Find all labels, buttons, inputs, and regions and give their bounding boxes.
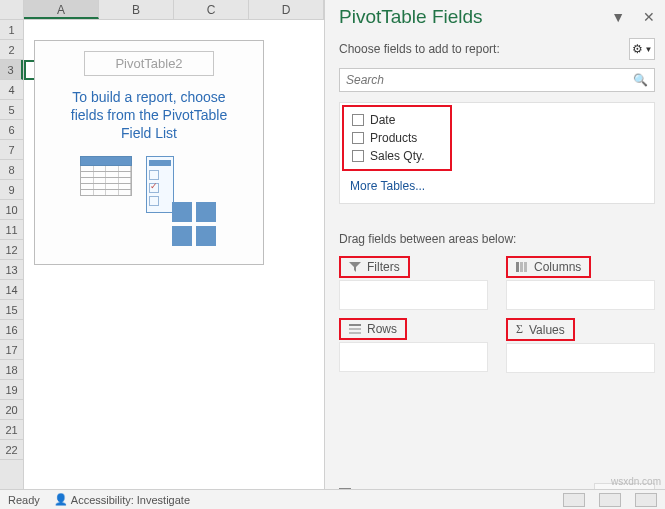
drop-areas: Filters Columns Rows ΣValues <box>339 256 655 373</box>
row-header[interactable]: 21 <box>0 420 23 440</box>
row-header[interactable]: 20 <box>0 400 23 420</box>
checkbox-icon[interactable] <box>352 114 364 126</box>
accessibility-status[interactable]: 👤 Accessibility: Investigate <box>54 493 190 506</box>
column-headers: A B C D <box>0 0 324 20</box>
checkbox-icon[interactable] <box>352 150 364 162</box>
row-header[interactable]: 6 <box>0 120 23 140</box>
row-header[interactable]: 15 <box>0 300 23 320</box>
row-headers: 1 2 3 4 5 6 7 8 9 10 11 12 13 14 15 16 1… <box>0 20 24 491</box>
fields-highlight: Date Products Sales Qty. <box>342 105 452 171</box>
row-header[interactable]: 16 <box>0 320 23 340</box>
view-pagebreak-button[interactable] <box>635 493 657 507</box>
field-item[interactable]: Sales Qty. <box>352 147 442 165</box>
row-header[interactable]: 13 <box>0 260 23 280</box>
pivot-icon <box>146 156 218 246</box>
pivottable-illustration <box>43 156 255 246</box>
svg-rect-1 <box>520 262 523 272</box>
values-area[interactable]: ΣValues <box>506 318 655 373</box>
columns-icon <box>516 262 528 272</box>
row-header[interactable]: 7 <box>0 140 23 160</box>
field-search[interactable]: 🔍 <box>339 68 655 92</box>
col-header-d[interactable]: D <box>249 0 324 19</box>
row-header[interactable]: 19 <box>0 380 23 400</box>
col-header-c[interactable]: C <box>174 0 249 19</box>
select-all-corner[interactable] <box>0 0 24 19</box>
watermark: wsxdn.com <box>611 476 661 487</box>
values-dropzone[interactable] <box>506 343 655 373</box>
status-bar: Ready 👤 Accessibility: Investigate <box>0 489 665 509</box>
row-header[interactable]: 2 <box>0 40 23 60</box>
drag-instructions: Drag fields between areas below: <box>339 232 655 246</box>
row-header[interactable]: 11 <box>0 220 23 240</box>
rows-area[interactable]: Rows <box>339 318 488 373</box>
row-header[interactable]: 8 <box>0 160 23 180</box>
table-icon <box>80 156 132 196</box>
rows-dropzone[interactable] <box>339 342 488 372</box>
worksheet-area: A B C D 1 2 3 4 5 6 7 8 9 10 11 12 13 14… <box>0 0 325 509</box>
accessibility-icon: 👤 <box>54 493 68 506</box>
pane-title: PivotTable Fields <box>339 6 483 28</box>
status-ready: Ready <box>8 494 40 506</box>
pivottable-instructions: To build a report, choose fields from th… <box>43 88 255 156</box>
gear-icon: ⚙ <box>632 42 643 56</box>
columns-area[interactable]: Columns <box>506 256 655 310</box>
search-input[interactable] <box>340 73 627 87</box>
filter-icon <box>349 262 361 272</box>
row-header[interactable]: 5 <box>0 100 23 120</box>
row-header[interactable]: 3 <box>0 60 23 80</box>
view-pagelayout-button[interactable] <box>599 493 621 507</box>
columns-dropzone[interactable] <box>506 280 655 310</box>
pane-dropdown-icon[interactable]: ▼ <box>611 9 625 25</box>
layout-options-button[interactable]: ⚙▼ <box>629 38 655 60</box>
pivottable-fields-pane: PivotTable Fields ▼ ✕ Choose fields to a… <box>325 0 665 509</box>
cell-grid[interactable]: PivotTable2 To build a report, choose fi… <box>24 20 324 491</box>
col-header-a[interactable]: A <box>24 0 99 19</box>
row-header[interactable]: 10 <box>0 200 23 220</box>
close-icon[interactable]: ✕ <box>643 9 655 25</box>
field-item[interactable]: Date <box>352 111 442 129</box>
more-tables-link[interactable]: More Tables... <box>340 173 654 203</box>
row-header[interactable]: 17 <box>0 340 23 360</box>
rows-icon <box>349 324 361 334</box>
field-item[interactable]: Products <box>352 129 442 147</box>
row-header[interactable]: 12 <box>0 240 23 260</box>
checkbox-icon[interactable] <box>352 132 364 144</box>
svg-rect-0 <box>516 262 519 272</box>
filters-dropzone[interactable] <box>339 280 488 310</box>
row-header[interactable]: 14 <box>0 280 23 300</box>
svg-rect-2 <box>524 262 527 272</box>
svg-rect-4 <box>349 328 361 330</box>
row-header[interactable]: 4 <box>0 80 23 100</box>
col-header-b[interactable]: B <box>99 0 174 19</box>
row-header[interactable]: 1 <box>0 20 23 40</box>
pane-subtitle: Choose fields to add to report: <box>339 42 500 56</box>
pivottable-placeholder[interactable]: PivotTable2 To build a report, choose fi… <box>34 40 264 265</box>
pivottable-name: PivotTable2 <box>84 51 213 76</box>
filters-area[interactable]: Filters <box>339 256 488 310</box>
svg-rect-3 <box>349 324 361 326</box>
svg-rect-5 <box>349 332 361 334</box>
row-header[interactable]: 9 <box>0 180 23 200</box>
view-normal-button[interactable] <box>563 493 585 507</box>
fields-list: Date Products Sales Qty. More Tables... <box>339 102 655 204</box>
row-header[interactable]: 22 <box>0 440 23 460</box>
search-icon: 🔍 <box>627 73 654 87</box>
row-header[interactable]: 18 <box>0 360 23 380</box>
sigma-icon: Σ <box>516 322 523 337</box>
